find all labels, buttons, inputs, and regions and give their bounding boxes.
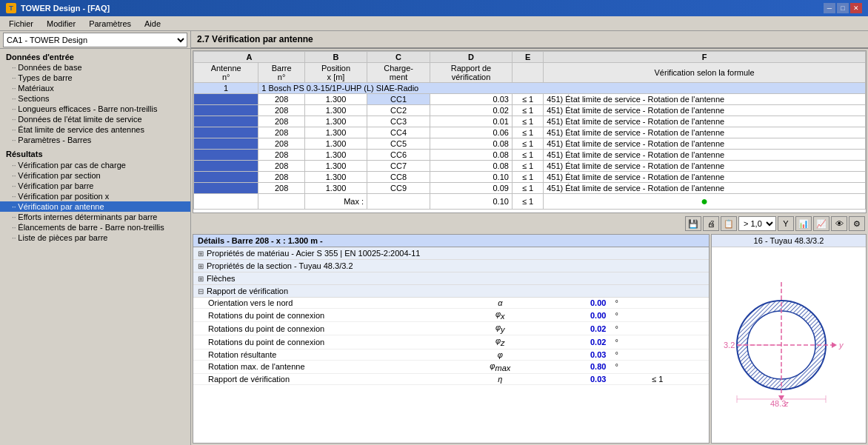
table-row[interactable]: 208 1.300 CC6 0.08 ≤ 1 451) État limite … xyxy=(194,150,866,161)
sidebar-item-efforts[interactable]: Efforts internes déterminants par barre xyxy=(0,212,190,222)
cell-le-2: ≤ 1 xyxy=(512,116,543,127)
filter-select[interactable]: > 1,0 Tous xyxy=(738,216,776,231)
sidebar-item-verif-position[interactable]: Vérification par position x xyxy=(0,191,190,201)
th-e xyxy=(512,63,543,83)
toolbar-print-btn[interactable]: 🖨 xyxy=(703,216,719,231)
cell-val-4: 0.08 xyxy=(430,138,513,150)
sidebar-item-parametres-barres[interactable]: Paramètres - Barres xyxy=(0,135,190,145)
sidebar-item-verif-section[interactable]: Vérification par section xyxy=(0,170,190,181)
cell-val-8: 0.09 xyxy=(430,183,513,194)
sidebar-item-sections[interactable]: Sections xyxy=(0,93,190,104)
table-row[interactable]: 208 1.300 CC9 0.09 ≤ 1 451) État limite … xyxy=(194,183,866,194)
sidebar-item-elancements[interactable]: Élancements de barre - Barre non-treilli… xyxy=(0,222,190,232)
detail-unit-0: ° xyxy=(610,298,647,309)
th-barre: Barren° xyxy=(258,63,305,83)
table-row[interactable]: 208 1.300 CC7 0.08 ≤ 1 451) État limite … xyxy=(194,161,866,172)
details-header: Détails - Barre 208 - x : 1.300 m - xyxy=(193,235,709,247)
group-section[interactable]: ⊞ Propriétés de la section - Tuyau 48.3/… xyxy=(193,260,709,272)
cell-cc-3: CC4 xyxy=(367,127,430,138)
sidebar-tree: Données d'entrée Données de base Types d… xyxy=(0,49,190,445)
sidebar-item-types-barre[interactable]: Types de barre xyxy=(0,73,190,83)
col-letter-B: B xyxy=(304,52,367,63)
content-area: 2.7 Vérification par antenne A B C D E F… xyxy=(191,31,868,445)
col-letter-F: F xyxy=(544,52,866,63)
titlebar-controls[interactable]: ─ □ ✕ xyxy=(824,3,862,13)
sidebar-item-antennes-etat[interactable]: État limite de service des antennes xyxy=(0,124,190,135)
cell-cc-0: CC1 xyxy=(367,94,430,105)
detail-unit-6 xyxy=(610,373,647,384)
project-dropdown[interactable]: CA1 - TOWER Design xyxy=(3,33,187,47)
table-row[interactable]: 208 1.300 CC3 0.01 ≤ 1 451) État limite … xyxy=(194,116,866,127)
toolbar-graph-btn[interactable]: 📈 xyxy=(813,216,829,231)
diagram-panel: 16 - Tuyau 48.3/3.2 xyxy=(711,234,867,444)
group-rapport[interactable]: ⊟ Rapport de vérification xyxy=(193,285,709,298)
toolbar-save-btn[interactable]: 💾 xyxy=(685,216,701,231)
main-table-container: A B C D E F Antennen° Barren° Positionx … xyxy=(193,50,867,213)
expand-icon-rapport: ⊟ xyxy=(198,287,204,295)
sidebar-item-materiaux[interactable]: Matériaux xyxy=(0,83,190,93)
sidebar-item-liste-pieces[interactable]: Liste de pièces par barre xyxy=(0,232,190,243)
cell-pos-3: 1.300 xyxy=(304,127,367,138)
sidebar-item-etat-limite[interactable]: Données de l'état limite de service xyxy=(0,114,190,124)
toolbar-settings-btn[interactable]: ⚙ xyxy=(849,216,865,231)
detail-symbol-0: α xyxy=(464,298,537,309)
cell-pos-7: 1.300 xyxy=(304,172,367,183)
sidebar-item-donnees-base[interactable]: Données de base xyxy=(0,62,190,73)
bottom-section: Détails - Barre 208 - x : 1.300 m - ⊞ Pr… xyxy=(193,234,867,444)
table-row[interactable]: 208 1.300 CC1 0.03 ≤ 1 451) État limite … xyxy=(194,94,866,105)
detail-label-5: Rotation max. de l'antenne xyxy=(193,360,464,373)
svg-text:3.2: 3.2 xyxy=(724,341,735,349)
menu-aide[interactable]: Aide xyxy=(138,19,167,29)
cell-val-3: 0.06 xyxy=(430,127,513,138)
toolbar-row: 💾 🖨 📋 > 1,0 Tous Y 📊 📈 👁 ⚙ xyxy=(191,215,868,232)
detail-value-1: 0.00 xyxy=(537,309,610,322)
toolbar-chart-btn[interactable]: 📊 xyxy=(795,216,812,231)
maximize-button[interactable]: □ xyxy=(837,3,849,13)
svg-marker-7 xyxy=(832,342,837,348)
group-materiaux[interactable]: ⊞ Propriétés de matériau - Acier S 355 |… xyxy=(193,247,709,260)
detail-label-0: Orientation vers le nord xyxy=(193,298,464,309)
toolbar-eye-btn[interactable]: 👁 xyxy=(831,216,847,231)
group-materiaux-label: Propriétés de matériau - Acier S 355 | E… xyxy=(207,249,420,258)
cell-le-6: ≤ 1 xyxy=(512,161,543,172)
cell-formula-8: 451) État limite de service - Rotation d… xyxy=(544,183,866,194)
group-fleches[interactable]: ⊞ Flèches xyxy=(193,272,709,285)
table-row[interactable]: 208 1.300 CC4 0.06 ≤ 1 451) État limite … xyxy=(194,127,866,138)
toolbar-export-btn[interactable]: 📋 xyxy=(721,216,737,231)
cell-barre-4: 208 xyxy=(258,138,305,150)
table-row[interactable]: 208 1.300 CC2 0.02 ≤ 1 451) État limite … xyxy=(194,105,866,116)
sidebar-item-verif-barre[interactable]: Vérification par barre xyxy=(0,181,190,191)
detail-symbol-1: φx xyxy=(464,309,537,322)
cell-barre-7: 208 xyxy=(258,172,305,183)
cell-barre-2: 208 xyxy=(258,116,305,127)
toolbar-y-btn[interactable]: Y xyxy=(778,216,794,231)
table-row[interactable]: 208 1.300 CC5 0.08 ≤ 1 451) État limite … xyxy=(194,138,866,150)
sidebar-item-longueurs[interactable]: Longueurs efficaces - Barre non-treillis xyxy=(0,104,190,114)
col-letter-E: E xyxy=(512,52,543,63)
cell-le-4: ≤ 1 xyxy=(512,138,543,150)
cell-cc-5: CC6 xyxy=(367,150,430,161)
group-section-label: Propriétés de la section - Tuyau 48.3/3.… xyxy=(207,261,353,270)
menu-modifier[interactable]: Modifier xyxy=(41,19,81,29)
detail-cond-1 xyxy=(647,309,709,322)
cell-pos-0: 1.300 xyxy=(304,94,367,105)
cell-formula-3: 451) État limite de service - Rotation d… xyxy=(544,127,866,138)
minimize-button[interactable]: ─ xyxy=(824,3,835,13)
detail-unit-2: ° xyxy=(610,322,647,335)
detail-unit-3: ° xyxy=(610,335,647,349)
detail-value-0: 0.00 xyxy=(537,298,610,309)
menu-fichier[interactable]: Fichier xyxy=(3,19,39,29)
menu-parametres[interactable]: Paramètres xyxy=(83,19,137,29)
details-panel: Détails - Barre 208 - x : 1.300 m - ⊞ Pr… xyxy=(193,234,710,444)
cell-barre-0: 208 xyxy=(258,94,305,105)
cross-section-svg: y z 3.2 48.3 xyxy=(722,275,855,415)
detail-row-2: Rotations du point de connexion φy 0.02 … xyxy=(193,322,709,335)
detail-label-2: Rotations du point de connexion xyxy=(193,322,464,335)
detail-value-2: 0.02 xyxy=(537,322,610,335)
detail-cond-0 xyxy=(647,298,709,309)
sidebar-item-verif-cas[interactable]: Vérification par cas de charge xyxy=(0,160,190,170)
close-button[interactable]: ✕ xyxy=(850,3,862,13)
sidebar-item-verif-antenne[interactable]: Vérification par antenne xyxy=(0,201,190,212)
cell-val-0: 0.03 xyxy=(430,94,513,105)
table-row[interactable]: 208 1.300 CC8 0.10 ≤ 1 451) État limite … xyxy=(194,172,866,183)
